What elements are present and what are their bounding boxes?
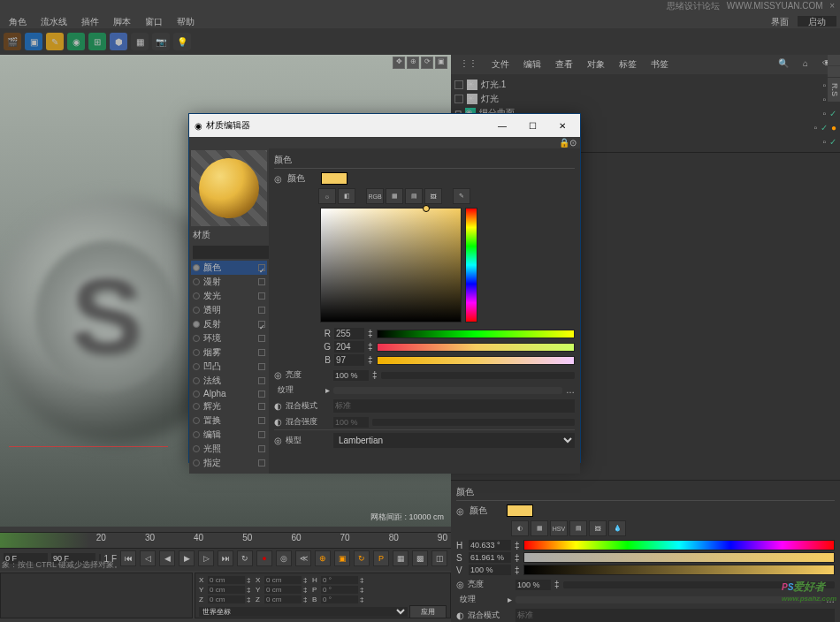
apply-button[interactable]: 应用 bbox=[409, 605, 447, 618]
material-manager[interactable] bbox=[0, 573, 193, 618]
tab-view[interactable]: 查看 bbox=[550, 57, 578, 72]
dropper2-icon[interactable]: ✎ bbox=[453, 188, 470, 204]
channel-发光[interactable]: 发光 bbox=[191, 289, 267, 303]
hsv-btn[interactable]: HSV bbox=[550, 520, 568, 536]
loop-icon[interactable]: ↻ bbox=[237, 550, 253, 566]
color-swatch[interactable] bbox=[507, 504, 533, 517]
channel-Alpha[interactable]: Alpha bbox=[191, 388, 267, 399]
tab-object[interactable]: 对象 bbox=[582, 57, 610, 72]
menu-window[interactable]: 窗口 bbox=[140, 16, 168, 27]
goto-start-icon[interactable]: ⏮ bbox=[120, 550, 136, 566]
g-slider[interactable] bbox=[377, 343, 575, 352]
s-slider[interactable] bbox=[523, 552, 835, 563]
picker-icon[interactable]: ◐ bbox=[511, 520, 529, 536]
channel-烟雾[interactable]: 烟雾 bbox=[191, 345, 267, 360]
prev-icon[interactable]: ≪ bbox=[295, 550, 311, 566]
channel-反射[interactable]: 反射 bbox=[191, 317, 267, 331]
rp-file-icon[interactable]: ⋮⋮ bbox=[454, 57, 483, 72]
pos-z[interactable] bbox=[208, 595, 245, 603]
deform-icon[interactable]: ◉ bbox=[67, 33, 85, 50]
g-value[interactable]: 204 bbox=[334, 341, 364, 353]
key-scale-icon[interactable]: ▣ bbox=[334, 550, 350, 566]
color-swatch-dlg[interactable] bbox=[321, 172, 347, 185]
img2-icon[interactable]: 🖼 bbox=[424, 188, 442, 204]
vp-rotate-icon[interactable]: ⟳ bbox=[421, 57, 433, 69]
vp-zoom-icon[interactable]: ⊕ bbox=[407, 57, 419, 69]
pos-x[interactable] bbox=[208, 576, 245, 584]
pos-y[interactable] bbox=[208, 586, 245, 594]
close-button[interactable]: ✕ bbox=[550, 118, 575, 133]
tab-tag[interactable]: 标签 bbox=[614, 57, 642, 72]
key-mode3-icon[interactable]: ◫ bbox=[431, 550, 447, 566]
r-slider[interactable] bbox=[377, 330, 575, 338]
menu-pipeline[interactable]: 流水线 bbox=[35, 16, 73, 27]
brightness-value[interactable]: 100 % bbox=[515, 580, 551, 590]
play-rev-icon[interactable]: ◀ bbox=[159, 550, 175, 566]
dlg-brightness-slider[interactable] bbox=[381, 372, 575, 379]
dlg-model-select[interactable]: Lambertian bbox=[333, 433, 575, 448]
b-slider[interactable] bbox=[377, 356, 575, 365]
array-icon[interactable]: ⊞ bbox=[88, 33, 106, 50]
dlg-texture[interactable] bbox=[333, 387, 562, 394]
r-value[interactable]: 255 bbox=[334, 328, 364, 339]
grad-icon[interactable]: ▦ bbox=[531, 520, 548, 536]
ruler[interactable]: 0102030405060708090 bbox=[0, 533, 451, 549]
pin-icon[interactable]: ⊙ bbox=[569, 138, 577, 148]
maximize-button[interactable]: ☐ bbox=[520, 118, 545, 133]
key-mode-icon[interactable]: ▦ bbox=[393, 550, 409, 566]
material-name[interactable]: 材质 bbox=[191, 226, 267, 244]
layout-dropdown[interactable]: 启动 bbox=[798, 16, 836, 27]
channel-颜色[interactable]: 颜色 bbox=[191, 261, 267, 275]
goto-end-icon[interactable]: ⏭ bbox=[218, 550, 233, 566]
swatch-icon[interactable]: ▤ bbox=[569, 520, 587, 536]
key-prev-icon[interactable]: ◁ bbox=[140, 550, 156, 566]
channel-法线[interactable]: 法线 bbox=[191, 374, 267, 388]
record-icon[interactable]: ● bbox=[256, 550, 272, 566]
key-rot-icon[interactable]: ↻ bbox=[354, 550, 370, 566]
color-picker[interactable] bbox=[320, 208, 462, 322]
menu-plugin[interactable]: 插件 bbox=[76, 16, 104, 27]
camera-icon[interactable]: 📷 bbox=[152, 33, 170, 50]
dlg-brightness[interactable]: 100 % bbox=[333, 370, 369, 381]
channel-漫射[interactable]: 漫射 bbox=[191, 275, 267, 289]
h-value[interactable]: 40.633 ° bbox=[469, 540, 511, 550]
key-mode2-icon[interactable]: ▩ bbox=[412, 550, 428, 566]
channel-置换[interactable]: 置换 bbox=[191, 413, 267, 428]
channel-透明[interactable]: 透明 bbox=[191, 303, 267, 317]
dropper-icon[interactable]: 💧 bbox=[608, 520, 626, 536]
channel-辉光[interactable]: 辉光 bbox=[191, 399, 267, 413]
key-p-icon[interactable]: P bbox=[373, 550, 389, 566]
material-preview[interactable] bbox=[191, 150, 267, 226]
vp-max-icon[interactable]: ▣ bbox=[435, 57, 447, 69]
img-icon[interactable]: 🖼 bbox=[589, 520, 607, 536]
key-next-icon[interactable]: ▷ bbox=[198, 550, 214, 566]
side-tab-object[interactable]: 对象 bbox=[828, 66, 840, 77]
key-pos-icon[interactable]: ⊕ bbox=[315, 550, 331, 566]
h-slider[interactable] bbox=[523, 540, 835, 550]
tree-item[interactable]: 灯光 bbox=[481, 93, 499, 105]
hue-strip[interactable] bbox=[465, 208, 477, 322]
floor-icon[interactable]: ▦ bbox=[131, 33, 149, 50]
b-value[interactable]: 97 bbox=[334, 354, 364, 366]
coord-mode[interactable]: 世界坐标 bbox=[199, 607, 408, 617]
channel-环境[interactable]: 环境 bbox=[191, 331, 267, 345]
channel-指定[interactable]: 指定 bbox=[191, 456, 267, 470]
cube-icon[interactable]: ▣ bbox=[25, 33, 42, 50]
play-fwd-icon[interactable]: ▶ bbox=[179, 550, 195, 566]
tree-item[interactable]: 灯光.1 bbox=[481, 79, 506, 91]
texture-field[interactable] bbox=[515, 596, 822, 603]
clapper-icon[interactable]: 🎬 bbox=[4, 33, 21, 50]
search-icon[interactable]: 🔍 bbox=[773, 57, 794, 72]
sun-icon[interactable]: ☼ bbox=[318, 188, 336, 204]
minimize-button[interactable]: — bbox=[490, 118, 515, 133]
tab-edit[interactable]: 编辑 bbox=[518, 57, 546, 72]
channel-编辑[interactable]: 编辑 bbox=[191, 428, 267, 442]
channel-光照[interactable]: 光照 bbox=[191, 442, 267, 456]
tab-file[interactable]: 文件 bbox=[486, 57, 515, 72]
grid-icon[interactable]: ▦ bbox=[386, 188, 403, 204]
side-tab-browser[interactable]: 内容浏览器 bbox=[828, 55, 840, 65]
s-value[interactable]: 61.961 % bbox=[469, 552, 511, 563]
menu-script[interactable]: 脚本 bbox=[108, 16, 136, 27]
close-icon[interactable]: × bbox=[829, 1, 835, 11]
side-tab-rs[interactable]: R.S bbox=[828, 78, 840, 102]
